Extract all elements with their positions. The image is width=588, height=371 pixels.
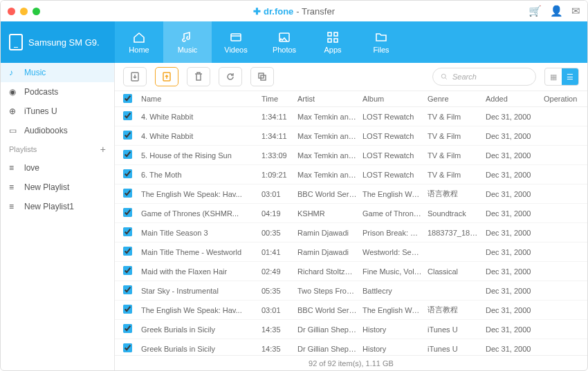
sidebar: ♪Music◉Podcasts⊕iTunes U▭Audiobooks Play…	[1, 63, 115, 370]
nav-music[interactable]: Music	[163, 21, 212, 63]
table-row[interactable]: Greek Burials in Sicily14:35Dr Gillian S…	[115, 339, 587, 355]
list-view-button[interactable]: ☰	[562, 68, 578, 85]
music-icon: ♪	[9, 68, 19, 77]
cell-genre: TV & Film	[428, 113, 486, 121]
row-checkbox[interactable]	[123, 343, 132, 352]
nav-files[interactable]: Files	[357, 21, 405, 63]
cell-time: 02:49	[261, 267, 297, 276]
sidebar-item-itunesu[interactable]: ⊕iTunes U	[1, 102, 114, 121]
table-body: 4. White Rabbit1:34:11Max Temkin and P..…	[115, 107, 587, 355]
cell-artist: Dr Gillian Shepherd	[297, 345, 362, 353]
col-artist[interactable]: Artist	[297, 95, 362, 103]
feedback-icon[interactable]: ✉	[571, 5, 580, 17]
import-button[interactable]	[123, 67, 147, 86]
add-playlist-icon[interactable]: +	[100, 144, 106, 155]
sidebar-item-podcast[interactable]: ◉Podcasts	[1, 82, 114, 102]
cell-artist: Dr Gillian Shepherd	[297, 325, 362, 334]
export-button[interactable]	[155, 67, 178, 86]
cell-added: Dec 31, 2000	[486, 248, 544, 256]
col-album[interactable]: Album	[362, 95, 428, 103]
cell-artist: Ramin Djawadi	[297, 229, 362, 237]
home-icon	[132, 30, 146, 43]
cell-album: Battlecry	[362, 287, 428, 295]
row-checkbox[interactable]	[123, 111, 132, 120]
sidebar-item-label: Podcasts	[24, 87, 58, 97]
playlist-item[interactable]: ≡New Playlist1	[1, 197, 114, 216]
main-panel: Search ▦ ☰ Name Time Artist Album Genre …	[115, 63, 587, 370]
table-row[interactable]: Main Title Season 300:35Ramin DjawadiPri…	[115, 223, 587, 242]
nav-apps[interactable]: Apps	[309, 21, 357, 63]
cell-name: Star Sky - Instrumental	[141, 287, 261, 295]
row-checkbox[interactable]	[123, 247, 132, 256]
table-row[interactable]: 6. The Moth1:09:21Max Temkin and P...LOS…	[115, 165, 587, 184]
table-row[interactable]: Main Title Theme - Westworld01:41Ramin D…	[115, 242, 587, 262]
cell-time: 1:09:21	[261, 171, 297, 179]
row-checkbox[interactable]	[123, 189, 132, 198]
row-checkbox[interactable]	[123, 227, 132, 236]
search-icon	[440, 73, 448, 81]
playlist-item[interactable]: ≡love	[1, 158, 114, 178]
table-row[interactable]: The English We Speak: Hav...03:01BBC Wor…	[115, 184, 587, 204]
cell-name: Game of Thrones (KSHMR...	[141, 209, 261, 218]
sidebar-item-audiobook[interactable]: ▭Audiobooks	[1, 121, 114, 140]
plus-icon: ✚	[253, 6, 261, 17]
cell-name: Main Title Theme - Westworld	[141, 248, 261, 256]
cell-album: Game of Thrones (...	[362, 209, 428, 218]
row-checkbox[interactable]	[123, 131, 132, 140]
row-checkbox[interactable]	[123, 285, 132, 294]
playlist-item[interactable]: ≡New Playlist	[1, 178, 114, 197]
nav-home[interactable]: Home	[115, 21, 163, 63]
row-checkbox[interactable]	[123, 150, 132, 159]
cell-added: Dec 31, 2000	[486, 229, 544, 237]
cell-artist: Max Temkin and P...	[297, 113, 362, 121]
refresh-button[interactable]	[219, 67, 242, 86]
table-row[interactable]: 4. White Rabbit1:34:11Max Temkin and P..…	[115, 107, 587, 126]
col-operation[interactable]: Operation	[544, 95, 579, 103]
sidebar-item-music[interactable]: ♪Music	[1, 63, 114, 82]
dedupe-button[interactable]	[250, 67, 274, 86]
cart-icon[interactable]: 🛒	[529, 5, 542, 17]
col-added[interactable]: Added	[486, 95, 544, 103]
close-window[interactable]	[8, 8, 15, 15]
sidebar-item-label: iTunes U	[24, 106, 57, 116]
table-row[interactable]: The English We Speak: Hav...03:01BBC Wor…	[115, 301, 587, 320]
table-row[interactable]: 5. House of the Rising Sun1:33:09Max Tem…	[115, 146, 587, 165]
col-name[interactable]: Name	[141, 95, 261, 103]
delete-button[interactable]	[187, 67, 210, 86]
table-row[interactable]: Greek Burials in Sicily14:35Dr Gillian S…	[115, 320, 587, 339]
nav-video[interactable]: Videos	[212, 21, 260, 63]
sidebar-item-label: Audiobooks	[24, 126, 68, 135]
row-checkbox[interactable]	[123, 305, 132, 314]
user-icon[interactable]: 👤	[550, 5, 563, 17]
search-input[interactable]: Search	[432, 68, 536, 86]
col-time[interactable]: Time	[261, 95, 297, 103]
playlist-label: New Playlist	[24, 182, 69, 192]
row-checkbox[interactable]	[123, 324, 132, 333]
cell-time: 03:01	[261, 190, 297, 198]
cell-name: 4. White Rabbit	[141, 132, 261, 140]
select-all-checkbox[interactable]	[123, 94, 132, 103]
row-checkbox[interactable]	[123, 266, 132, 275]
table-row[interactable]: Maid with the Flaxen Hair02:49Richard St…	[115, 262, 587, 281]
cell-album: Westworld: Seaso...	[362, 248, 428, 256]
cell-time: 1:34:11	[261, 132, 297, 140]
table-row[interactable]: Game of Thrones (KSHMR...04:19KSHMRGame …	[115, 204, 587, 223]
row-checkbox[interactable]	[123, 169, 132, 178]
device-selector[interactable]: Samsung SM G9.	[1, 21, 115, 63]
cell-name: 4. White Rabbit	[141, 113, 261, 121]
minimize-window[interactable]	[20, 8, 28, 15]
maximize-window[interactable]	[33, 8, 40, 15]
phone-icon	[9, 34, 23, 50]
grid-view-button[interactable]: ▦	[545, 68, 562, 85]
table-row[interactable]: Star Sky - Instrumental05:35Two Steps Fr…	[115, 281, 587, 301]
cell-added: Dec 31, 2000	[486, 325, 544, 334]
cell-album: Prison Break: Seas...	[362, 229, 428, 237]
playlists-header: Playlists +	[1, 140, 114, 158]
svg-rect-0	[231, 34, 241, 41]
col-genre[interactable]: Genre	[428, 95, 486, 103]
status-text: 92 of 92 item(s), 1.11 GB	[309, 359, 394, 368]
row-checkbox[interactable]	[123, 208, 132, 217]
table-row[interactable]: 4. White Rabbit1:34:11Max Temkin and P..…	[115, 126, 587, 146]
table-header: Name Time Artist Album Genre Added Opera…	[115, 91, 587, 107]
nav-photo[interactable]: Photos	[260, 21, 309, 63]
